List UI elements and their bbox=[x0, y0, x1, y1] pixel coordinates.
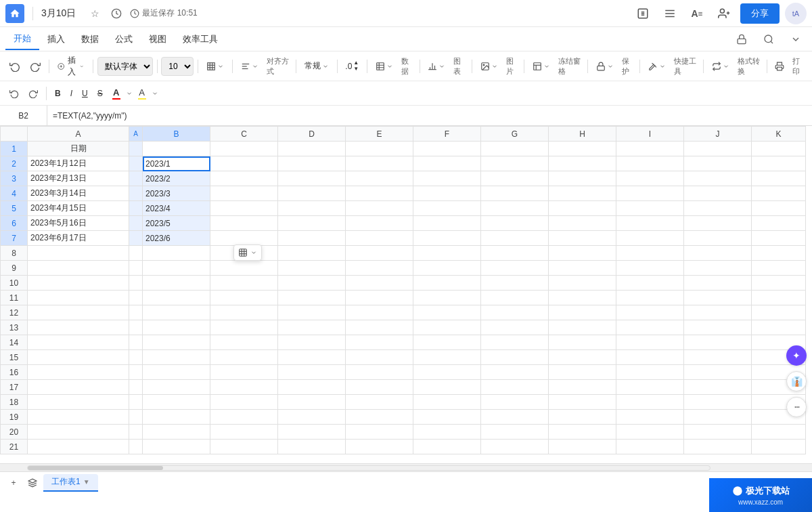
cell-20-A[interactable] bbox=[28, 425, 129, 440]
cell-19-5[interactable] bbox=[346, 410, 413, 425]
row-header-11[interactable]: 11 bbox=[1, 291, 28, 305]
cell-16-A[interactable] bbox=[28, 365, 129, 380]
cell-15-7[interactable] bbox=[481, 350, 549, 365]
row-header-15[interactable]: 15 bbox=[1, 350, 28, 365]
cell-17-9[interactable] bbox=[616, 380, 684, 395]
cell-21-7[interactable] bbox=[481, 440, 549, 454]
cell-14-3[interactable] bbox=[210, 335, 278, 350]
menu-item-data[interactable]: 数据 bbox=[73, 29, 107, 49]
sheet-area[interactable]: A A B C D E F G H I J K 1日期22023年1月12日20… bbox=[0, 126, 812, 463]
cell-2-3[interactable] bbox=[210, 156, 278, 171]
format-button[interactable]: 常规 bbox=[300, 57, 333, 76]
cell-9-10[interactable] bbox=[684, 261, 752, 276]
sheet-tab-1[interactable]: 工作表1 ▼ bbox=[43, 474, 98, 492]
font-size-select[interactable]: 10 bbox=[161, 57, 194, 76]
cell-19-3[interactable] bbox=[210, 410, 278, 425]
cell-10-A[interactable] bbox=[28, 276, 129, 291]
cell-6-9[interactable] bbox=[616, 216, 684, 231]
cell-5-11[interactable] bbox=[752, 201, 806, 216]
image-button[interactable] bbox=[476, 57, 502, 76]
cell-18-4[interactable] bbox=[278, 395, 346, 410]
cell-3-11[interactable] bbox=[752, 171, 806, 186]
row-header-5[interactable]: 5 bbox=[1, 201, 28, 216]
row-header-4[interactable]: 4 bbox=[1, 186, 28, 201]
cell-14-6[interactable] bbox=[413, 335, 481, 350]
font-name-select[interactable]: 默认字体 bbox=[97, 57, 153, 76]
cell-9-7[interactable] bbox=[481, 261, 549, 276]
cell-13-6[interactable] bbox=[413, 320, 481, 335]
cell-20-B[interactable] bbox=[143, 425, 210, 440]
cell-11-11[interactable] bbox=[752, 291, 806, 305]
cell-17-10[interactable] bbox=[684, 380, 752, 395]
cell-2-9[interactable] bbox=[616, 156, 684, 171]
cell-13-A[interactable] bbox=[28, 320, 129, 335]
cell-7-B[interactable]: 2023/6 bbox=[143, 231, 210, 246]
font-size-icon[interactable]: A≡ bbox=[686, 3, 708, 24]
autofill-dropdown-icon[interactable] bbox=[250, 249, 257, 256]
cell-18-B[interactable] bbox=[143, 395, 210, 410]
col-header-d[interactable]: D bbox=[278, 127, 346, 142]
search-icon[interactable] bbox=[758, 28, 780, 50]
row-header-6[interactable]: 6 bbox=[1, 216, 28, 231]
cell-3-3[interactable] bbox=[210, 171, 278, 186]
cell-9-11[interactable] bbox=[752, 261, 806, 276]
row-header-16[interactable]: 16 bbox=[1, 365, 28, 380]
cell-17-4[interactable] bbox=[278, 380, 346, 395]
cell-reference[interactable]: B2 bbox=[0, 106, 47, 125]
row-header-14[interactable]: 14 bbox=[1, 335, 28, 350]
decimal-button[interactable]: .0 ▲▼ bbox=[341, 57, 363, 76]
cell-21-10[interactable] bbox=[684, 440, 752, 454]
cell-12-3[interactable] bbox=[210, 305, 278, 320]
more-options-button[interactable]: ··· bbox=[786, 397, 807, 417]
cell-16-5[interactable] bbox=[346, 365, 413, 380]
chevron-down-icon[interactable] bbox=[785, 28, 807, 50]
cell-16-8[interactable] bbox=[549, 365, 616, 380]
cell-4-B[interactable]: 2023/3 bbox=[143, 186, 210, 201]
cell-13-7[interactable] bbox=[481, 320, 549, 335]
cell-4-7[interactable] bbox=[481, 186, 549, 201]
cell-8-A[interactable] bbox=[28, 246, 129, 261]
print-button[interactable] bbox=[771, 57, 788, 76]
menu-item-start[interactable]: 开始 bbox=[5, 28, 39, 50]
cell-7-4[interactable] bbox=[278, 231, 346, 246]
cell-12-8[interactable] bbox=[549, 305, 616, 320]
cell-12-11[interactable] bbox=[752, 305, 806, 320]
row-header-13[interactable]: 13 bbox=[1, 320, 28, 335]
col-header-c[interactable]: C bbox=[210, 127, 278, 142]
cell-2-10[interactable] bbox=[684, 156, 752, 171]
cell-19-10[interactable] bbox=[684, 410, 752, 425]
cell-7-6[interactable] bbox=[413, 231, 481, 246]
add-sheet-button[interactable]: + bbox=[5, 475, 22, 491]
cell-8-11[interactable] bbox=[752, 246, 806, 261]
cell-2-4[interactable] bbox=[278, 156, 346, 171]
col-header-f[interactable]: F bbox=[413, 127, 481, 142]
col-header-h[interactable]: H bbox=[549, 127, 616, 142]
cell-1-3[interactable] bbox=[210, 142, 278, 156]
cell-21-B[interactable] bbox=[143, 440, 210, 454]
cell-12-4[interactable] bbox=[278, 305, 346, 320]
cell-9-6[interactable] bbox=[413, 261, 481, 276]
cell-3-7[interactable] bbox=[481, 171, 549, 186]
cell-3-10[interactable] bbox=[684, 171, 752, 186]
cell-16-4[interactable] bbox=[278, 365, 346, 380]
cell-8-5[interactable] bbox=[346, 246, 413, 261]
cell-10-8[interactable] bbox=[549, 276, 616, 291]
autofill-popup[interactable] bbox=[233, 244, 262, 261]
cell-7-11[interactable] bbox=[752, 231, 806, 246]
col-header-a-filter[interactable]: A bbox=[129, 127, 143, 142]
cell-7-9[interactable] bbox=[616, 231, 684, 246]
cell-11-10[interactable] bbox=[684, 291, 752, 305]
cell-7-A[interactable]: 2023年6月17日 bbox=[28, 231, 129, 246]
cell-6-8[interactable] bbox=[549, 216, 616, 231]
cell-10-11[interactable] bbox=[752, 276, 806, 291]
cell-3-5[interactable] bbox=[346, 171, 413, 186]
cell-3-9[interactable] bbox=[616, 171, 684, 186]
cell-2-A[interactable]: 2023年1月12日 bbox=[28, 156, 129, 171]
horizontal-scrollbar[interactable] bbox=[0, 463, 812, 471]
cell-16-7[interactable] bbox=[481, 365, 549, 380]
cell-6-7[interactable] bbox=[481, 216, 549, 231]
cell-5-A[interactable]: 2023年4月15日 bbox=[28, 201, 129, 216]
cell-8-6[interactable] bbox=[413, 246, 481, 261]
cell-14-10[interactable] bbox=[684, 335, 752, 350]
cell-3-B[interactable]: 2023/2 bbox=[143, 171, 210, 186]
